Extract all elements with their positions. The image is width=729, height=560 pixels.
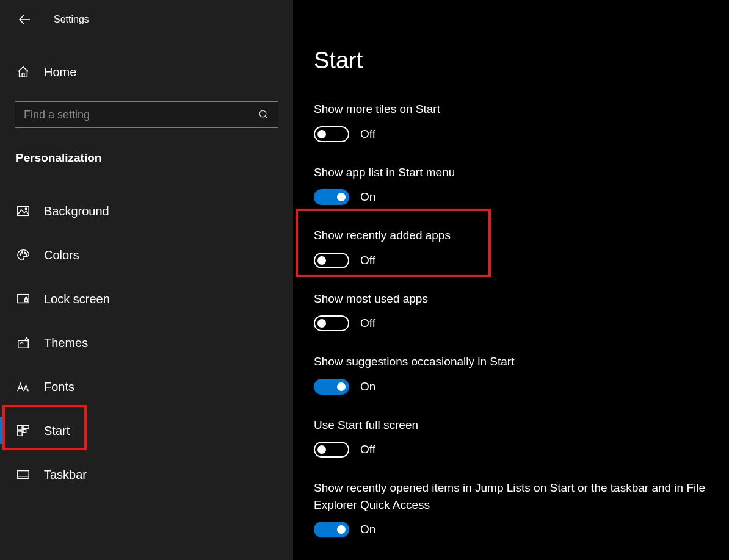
toggle-app-list[interactable] [314, 189, 349, 205]
setting-full-screen: Use Start full screen Off [314, 417, 724, 458]
home-label: Home [44, 65, 76, 79]
sidebar: Settings Home Personalization Background [0, 0, 293, 560]
svg-point-5 [25, 208, 27, 210]
arrow-left-icon [17, 12, 32, 27]
setting-label: Show more tiles on Start [314, 101, 724, 118]
page-title: Start [314, 48, 724, 74]
fonts-icon [16, 379, 31, 394]
nav-label: Start [44, 424, 70, 438]
setting-app-list: Show app list in Start menu On [314, 164, 724, 206]
sidebar-item-themes[interactable]: Themes [0, 321, 293, 365]
toggle-state: Off [360, 443, 375, 456]
toggle-state: On [360, 523, 375, 536]
nav-label: Themes [44, 336, 88, 350]
category-heading: Personalization [0, 151, 293, 165]
nav-label: Colors [44, 248, 79, 262]
search-input[interactable] [15, 101, 278, 128]
nav-label: Lock screen [44, 292, 110, 306]
svg-rect-11 [25, 299, 28, 302]
toggle-recently-added[interactable] [314, 253, 349, 268]
search-field[interactable] [24, 109, 258, 121]
toggle-state: Off [360, 254, 375, 267]
main-panel: Start Show more tiles on Start Off Show … [293, 0, 729, 560]
svg-point-9 [26, 254, 27, 255]
svg-rect-12 [18, 340, 29, 348]
svg-rect-18 [18, 431, 22, 436]
nav-list: Background Colors Lock screen Themes Fon [0, 189, 293, 497]
start-icon [16, 423, 31, 438]
app-title: Settings [54, 14, 89, 25]
svg-rect-19 [18, 471, 29, 479]
svg-line-3 [265, 116, 267, 118]
setting-recent-items: Show recently opened items in Jump Lists… [314, 479, 724, 537]
toggle-most-used[interactable] [314, 315, 349, 331]
setting-suggestions: Show suggestions occasionally in Start O… [314, 353, 724, 395]
setting-more-tiles: Show more tiles on Start Off [314, 101, 724, 142]
sidebar-item-background[interactable]: Background [0, 189, 293, 233]
nav-label: Taskbar [44, 468, 87, 482]
toggle-full-screen[interactable] [314, 442, 349, 458]
search-icon [258, 109, 269, 120]
setting-label: Show app list in Start menu [314, 164, 724, 181]
sidebar-item-taskbar[interactable]: Taskbar [0, 453, 293, 497]
sidebar-item-lockscreen[interactable]: Lock screen [0, 277, 293, 321]
svg-point-6 [20, 254, 21, 255]
svg-point-7 [21, 252, 23, 253]
toggle-more-tiles[interactable] [314, 126, 349, 142]
home-icon [16, 65, 31, 79]
sidebar-item-start[interactable]: Start [0, 409, 293, 453]
toggle-recent-items[interactable] [314, 522, 349, 537]
setting-label: Show suggestions occasionally in Start [314, 353, 724, 370]
svg-rect-17 [23, 429, 26, 433]
setting-label: Show recently added apps [314, 227, 724, 244]
svg-rect-16 [23, 426, 29, 429]
sidebar-item-home[interactable]: Home [0, 65, 293, 79]
palette-icon [16, 248, 31, 262]
taskbar-icon [16, 467, 31, 482]
setting-most-used: Show most used apps Off [314, 290, 724, 332]
toggle-state: On [360, 190, 375, 204]
sidebar-item-colors[interactable]: Colors [0, 233, 293, 277]
sidebar-item-fonts[interactable]: Fonts [0, 365, 293, 409]
lock-screen-icon [16, 292, 31, 306]
toggle-state: Off [360, 127, 375, 141]
svg-rect-1 [22, 73, 24, 77]
toggle-state: Off [360, 317, 375, 330]
toggle-suggestions[interactable] [314, 379, 349, 395]
toggle-state: On [360, 380, 375, 393]
picture-icon [16, 204, 31, 218]
settings-list: Show more tiles on Start Off Show app li… [314, 101, 724, 537]
svg-rect-15 [18, 426, 22, 430]
back-button[interactable] [16, 11, 33, 28]
setting-label: Use Start full screen [314, 417, 724, 434]
setting-recently-added: Show recently added apps Off [314, 227, 724, 268]
nav-label: Background [44, 204, 109, 218]
setting-label: Show recently opened items in Jump Lists… [314, 479, 724, 513]
setting-label: Show most used apps [314, 290, 724, 307]
nav-label: Fonts [44, 380, 74, 394]
svg-point-8 [24, 252, 26, 253]
svg-point-2 [259, 110, 266, 117]
themes-icon [16, 336, 31, 350]
